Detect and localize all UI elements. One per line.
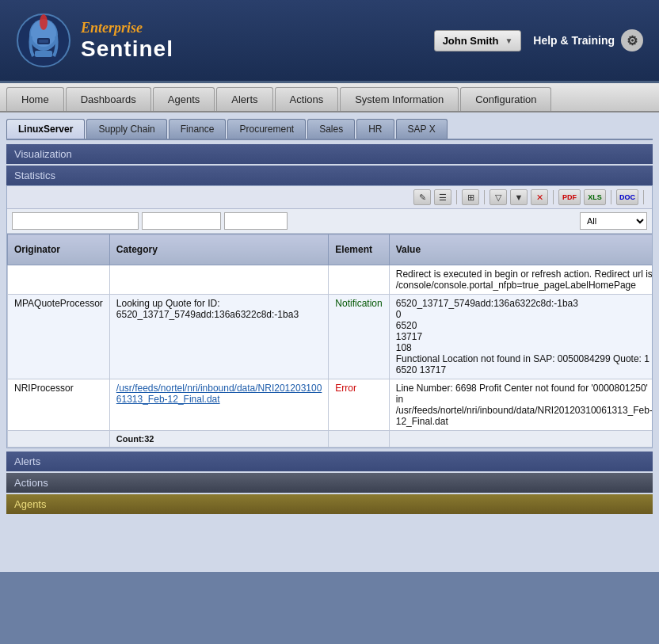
logo-area: Enterprise Sentinel xyxy=(16,13,434,68)
category-filter-input[interactable] xyxy=(142,212,221,230)
actions-label: Actions xyxy=(14,477,48,489)
help-training-label: Help & Training xyxy=(533,34,615,47)
originator-filter-input[interactable] xyxy=(12,212,139,230)
row3-element: Error xyxy=(329,379,389,431)
row2-element: Notification xyxy=(329,295,389,379)
row3-originator: NRIProcessor xyxy=(8,379,110,431)
table-row: Redirect is executed in begin or refresh… xyxy=(8,265,653,295)
col-header-element[interactable]: Element xyxy=(329,234,389,265)
grid-view-icon[interactable]: ⊞ xyxy=(462,189,479,205)
toolbar-separator-3 xyxy=(553,190,554,204)
row3-value: Line Number: 6698 Profit Center not foun… xyxy=(389,379,652,431)
main-content: LinuxServer Supply Chain Finance Procure… xyxy=(0,112,659,572)
svg-point-5 xyxy=(40,14,48,30)
tab-sales[interactable]: Sales xyxy=(307,119,355,139)
row3-category[interactable]: /usr/feeds/nortel/nri/inbound/data/NRI20… xyxy=(109,379,329,431)
header-right: John Smith ▼ Help & Training ⚙ xyxy=(434,29,643,51)
pdf-export-icon[interactable]: PDF xyxy=(558,189,581,205)
user-name: John Smith xyxy=(443,35,499,47)
col-header-originator[interactable]: Originator xyxy=(8,234,110,265)
logo-enterprise-label: Enterprise xyxy=(81,20,173,36)
bottom-sections: Alerts Actions Agents xyxy=(6,452,653,514)
logo-text: Enterprise Sentinel xyxy=(81,20,173,62)
nav-actions[interactable]: Actions xyxy=(275,87,339,111)
nav-dashboards[interactable]: Dashboards xyxy=(66,87,151,111)
row1-category xyxy=(109,265,329,295)
count-category: Count:32 xyxy=(109,431,329,448)
excel-export-icon[interactable]: XLS xyxy=(584,189,606,205)
table-row: MPAQuoteProcessor Looking up Quote for I… xyxy=(8,295,653,379)
toolbar-separator-1 xyxy=(456,190,457,204)
nav-alerts[interactable]: Alerts xyxy=(216,87,272,111)
toolbar-separator-4 xyxy=(611,190,611,204)
svg-rect-6 xyxy=(35,51,52,57)
help-training-link[interactable]: Help & Training ⚙ xyxy=(533,29,643,51)
filter-icon[interactable]: ▽ xyxy=(489,189,507,205)
tab-procurement[interactable]: Procurement xyxy=(227,119,306,139)
app-header: Enterprise Sentinel John Smith ▼ Help & … xyxy=(0,0,659,83)
row2-value: 6520_13717_5749add:136a6322c8d:-1ba30652… xyxy=(389,295,652,379)
statistics-table: Originator Category Element Value Time S… xyxy=(7,234,652,448)
properties-icon[interactable]: ☰ xyxy=(434,189,451,205)
nav-home[interactable]: Home xyxy=(6,87,64,111)
row2-category: Looking up Quote for ID: 6520_13717_5749… xyxy=(109,295,329,379)
actions-section-header[interactable]: Actions xyxy=(6,473,653,493)
tab-linuxserver[interactable]: LinuxServer xyxy=(6,119,85,139)
agents-label: Agents xyxy=(14,498,46,510)
gear-icon[interactable]: ⚙ xyxy=(621,29,643,51)
filter-row: All Error Notification Warning xyxy=(7,209,652,234)
alerts-section-header[interactable]: Alerts xyxy=(6,452,653,471)
col-header-category[interactable]: Category xyxy=(109,234,329,265)
count-value xyxy=(389,431,652,448)
nav-bar: Home Dashboards Agents Alerts Actions Sy… xyxy=(0,83,659,112)
statistics-section-header[interactable]: Statistics xyxy=(6,166,653,185)
data-table-scroll[interactable]: Originator Category Element Value Time S… xyxy=(7,234,652,448)
row1-originator xyxy=(8,265,110,295)
row2-originator: MPAQuoteProcessor xyxy=(8,295,110,379)
logo-icon xyxy=(16,13,71,68)
word-export-icon[interactable]: DOC xyxy=(616,189,638,205)
edit-icon[interactable]: ✎ xyxy=(413,189,431,205)
svg-rect-4 xyxy=(39,40,48,43)
user-menu[interactable]: John Smith ▼ xyxy=(434,30,522,51)
count-originator xyxy=(8,431,110,448)
tab-bar: LinuxServer Supply Chain Finance Procure… xyxy=(6,119,653,140)
toolbar-separator-5 xyxy=(643,190,644,204)
count-row: Count:32 xyxy=(8,431,653,448)
row1-value: Redirect is executed in begin or refresh… xyxy=(389,265,652,295)
logo-sentinel-label: Sentinel xyxy=(81,36,173,62)
statistics-section: ✎ ☰ ⊞ ▽ ▼ ✕ PDF XLS DOC All Error Notifi… xyxy=(6,185,653,448)
visualization-section-header[interactable]: Visualization xyxy=(6,144,653,164)
statistics-label: Statistics xyxy=(14,170,55,181)
value-filter-select[interactable]: All Error Notification Warning xyxy=(580,212,647,230)
count-element xyxy=(329,431,389,448)
alerts-label: Alerts xyxy=(14,455,40,467)
element-filter-input[interactable] xyxy=(224,212,288,230)
toolbar-separator-2 xyxy=(484,190,485,204)
filter-clear-icon[interactable]: ✕ xyxy=(531,189,548,205)
agents-section-header[interactable]: Agents xyxy=(6,494,653,514)
visualization-label: Visualization xyxy=(14,148,72,160)
tab-supply-chain[interactable]: Supply Chain xyxy=(86,119,166,139)
tab-sap-x[interactable]: SAP X xyxy=(396,119,448,139)
tab-hr[interactable]: HR xyxy=(356,119,394,139)
dropdown-arrow-icon: ▼ xyxy=(505,36,512,45)
col-header-value[interactable]: Value xyxy=(389,234,652,265)
filter-down-icon[interactable]: ▼ xyxy=(510,189,528,205)
tab-finance[interactable]: Finance xyxy=(169,119,227,139)
nav-system-information[interactable]: System Information xyxy=(340,87,459,111)
row1-element xyxy=(329,265,389,295)
nav-agents[interactable]: Agents xyxy=(153,87,215,111)
table-row: NRIProcessor /usr/feeds/nortel/nri/inbou… xyxy=(8,379,653,431)
stats-toolbar: ✎ ☰ ⊞ ▽ ▼ ✕ PDF XLS DOC xyxy=(7,186,652,209)
nav-configuration[interactable]: Configuration xyxy=(460,87,551,111)
